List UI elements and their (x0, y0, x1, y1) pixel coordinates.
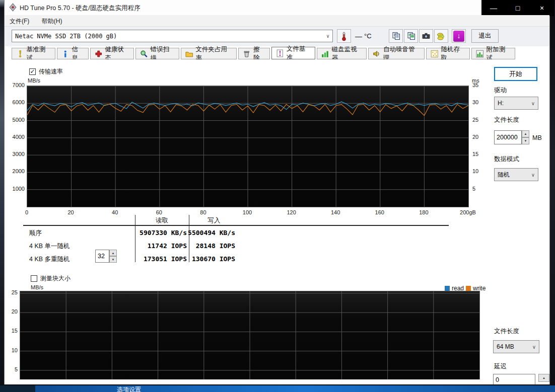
app-icon (9, 3, 17, 12)
write-value: 130670 IOPS (186, 255, 235, 263)
write-legend-swatch (466, 286, 471, 291)
screenshot-button[interactable] (419, 29, 433, 43)
close-button[interactable]: × (534, 4, 549, 12)
toolbar: Netac NVMe SSD 2TB (2000 gB)∨ — °C (5, 27, 549, 46)
save-button[interactable] (434, 29, 448, 43)
y2-tick: 30 (472, 99, 484, 105)
window-controls: — □ × (481, 0, 554, 16)
aam-icon (373, 50, 381, 58)
read-legend-swatch (445, 286, 450, 291)
camera-icon (422, 32, 431, 40)
y-tick: 15 (6, 328, 18, 334)
spin-up-icon[interactable]: ▲ (109, 250, 117, 256)
file-length-label: 文件长度 (494, 116, 519, 124)
tab-benchmark[interactable]: 基准测试 (12, 48, 55, 59)
y-tick: 5 (6, 366, 18, 372)
tab-extra-tests[interactable]: 附加测试 (471, 48, 515, 59)
y-axis-unit: MB/s (28, 77, 40, 84)
temperature-value: — (355, 32, 362, 40)
spin-up-icon[interactable]: ▲ (522, 130, 529, 137)
x-tick: 120 (279, 209, 304, 215)
chevron-down-icon: ∨ (531, 101, 535, 106)
x-tick: 0 (14, 209, 39, 215)
tab-disk-monitor[interactable]: 磁盘监视器 (317, 48, 367, 59)
table-header-rule (23, 225, 449, 226)
checkbox-icon (31, 275, 37, 282)
window-title: HD Tune Pro 5.70 - 硬盘/固态硬盘实用程序 (20, 4, 141, 13)
y-tick: 20 (6, 308, 18, 315)
data-mode-select[interactable]: 随机∨ (494, 168, 538, 181)
tab-health[interactable]: 健康状态 (90, 48, 134, 59)
chevron-down-icon: ∨ (326, 33, 329, 39)
transfer-rate-checkbox[interactable]: ✓ 传输速率 (29, 67, 63, 76)
read-value: 11742 IOPS (115, 242, 187, 250)
block-file-length-select[interactable]: 64 MB∨ (493, 340, 539, 353)
health-icon (95, 50, 103, 58)
start-button[interactable]: 开始 (494, 67, 537, 81)
y2-tick: 25 (472, 117, 484, 123)
y-tick: 25 (6, 289, 18, 295)
x-tick: 20 (58, 209, 84, 215)
y-tick: 1000 (6, 186, 25, 192)
folder-icon (185, 50, 193, 58)
queue-depth-stepper[interactable]: 32 ▲ ▼ (95, 250, 117, 263)
menu-help[interactable]: 帮助(H) (37, 15, 67, 26)
spin-down-icon[interactable]: ▼ (522, 137, 529, 144)
menubar: 文件(F) 帮助(H) (5, 15, 549, 27)
chevron-down-icon: ∨ (531, 172, 535, 178)
data-mode-label: 数据模式 (494, 155, 519, 164)
tabstrip: 基准测试信息健康状态错误扫描文件夹占用率擦除文件基准磁盘监视器自动噪音管理随机存… (12, 47, 515, 59)
queue-depth-value: 32 (95, 250, 109, 263)
x-tick: 100 (235, 209, 260, 215)
column-header-write: 写入 (189, 216, 239, 225)
file-length-stepper[interactable]: 200000 ▲ ▼ (494, 130, 529, 144)
x-tick: 140 (323, 209, 348, 215)
spin-up-icon[interactable]: ▲ (538, 374, 549, 382)
spin-down-icon[interactable]: ▼ (109, 256, 117, 263)
tab-file-benchmark[interactable]: 文件基准 (271, 47, 315, 59)
tab-random-access[interactable]: 随机存取 (426, 48, 470, 59)
y-tick: 10 (6, 347, 18, 353)
transfer-rate-chart (27, 86, 469, 207)
copy-image-icon (407, 32, 415, 40)
temperature-button[interactable] (337, 29, 351, 43)
drive-letter-select[interactable]: H:∨ (494, 97, 538, 110)
background-window-titlebar[interactable]: 选项设置 (35, 385, 555, 392)
update-button[interactable]: ↓ (452, 29, 466, 43)
desktop-background-left (0, 0, 4, 392)
info-icon (61, 50, 70, 58)
tab-info[interactable]: 信息 (57, 48, 89, 59)
y-tick: 5000 (6, 117, 25, 123)
copy-image-button[interactable] (404, 29, 418, 43)
x-tick: 180 (411, 209, 436, 215)
file-benchmark-panel: ✓ 传输速率 MB/s ms 7000600050004000300020001… (5, 59, 549, 384)
exit-button[interactable]: 退出 (471, 29, 499, 43)
y-tick: 7000 (6, 82, 25, 88)
block-size-checkbox[interactable]: 测量块大小 (31, 274, 71, 283)
row-label: 4 KB 多重随机 (29, 255, 70, 264)
scan-icon (140, 50, 148, 58)
row-label: 顺序 (29, 229, 42, 238)
y-tick: 3000 (6, 151, 25, 157)
y2-tick: 15 (472, 151, 484, 157)
y-tick: 6000 (6, 99, 25, 105)
column-header-read: 读取 (135, 216, 189, 225)
tab-error-scan[interactable]: 错误扫描 (135, 48, 179, 59)
diskmon-icon (321, 50, 329, 58)
maximize-button[interactable]: □ (510, 4, 525, 12)
filebench-icon (276, 49, 284, 57)
erase-icon (243, 50, 251, 58)
extratest-icon (476, 50, 484, 58)
minimize-button[interactable]: — (486, 4, 501, 12)
x-tick: 80 (190, 209, 216, 215)
menu-file[interactable]: 文件(F) (5, 15, 34, 26)
drive-select[interactable]: Netac NVMe SSD 2TB (2000 gB)∨ (12, 30, 333, 42)
tab-erase[interactable]: 擦除 (238, 48, 270, 59)
tab-aam[interactable]: 自动噪音管理 (368, 48, 424, 59)
y-axis-unit-2: MB/s (31, 284, 43, 290)
thermometer-icon (340, 31, 348, 41)
write-value: 28148 IOPS (186, 242, 235, 250)
download-arrow-icon: ↓ (453, 31, 464, 42)
copy-text-button[interactable] (389, 29, 403, 43)
tab-folder-usage[interactable]: 文件夹占用率 (181, 48, 237, 59)
